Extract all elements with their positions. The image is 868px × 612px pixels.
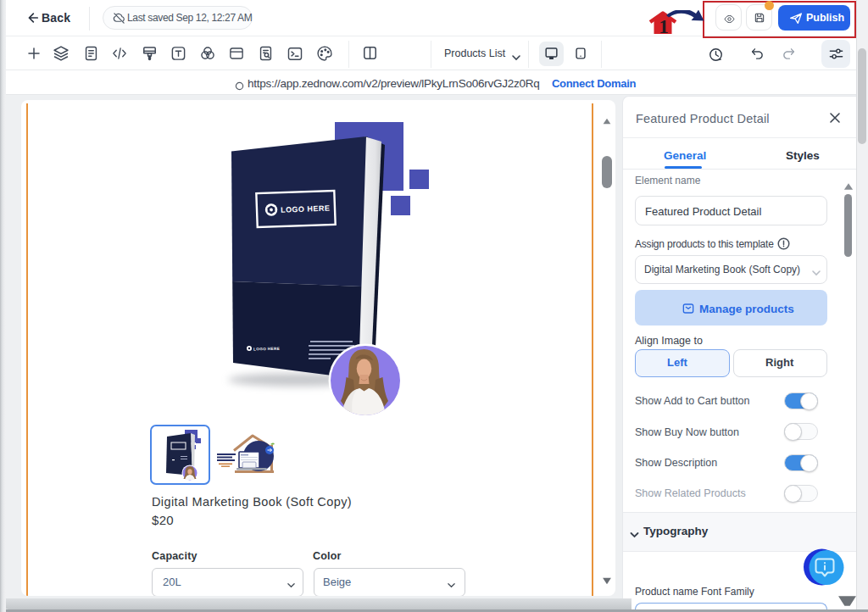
svg-text:LOGO HERE: LOGO HERE: [281, 204, 331, 214]
svg-text:LOGO HERE: LOGO HERE: [253, 347, 280, 352]
svg-text:1: 1: [659, 16, 669, 37]
